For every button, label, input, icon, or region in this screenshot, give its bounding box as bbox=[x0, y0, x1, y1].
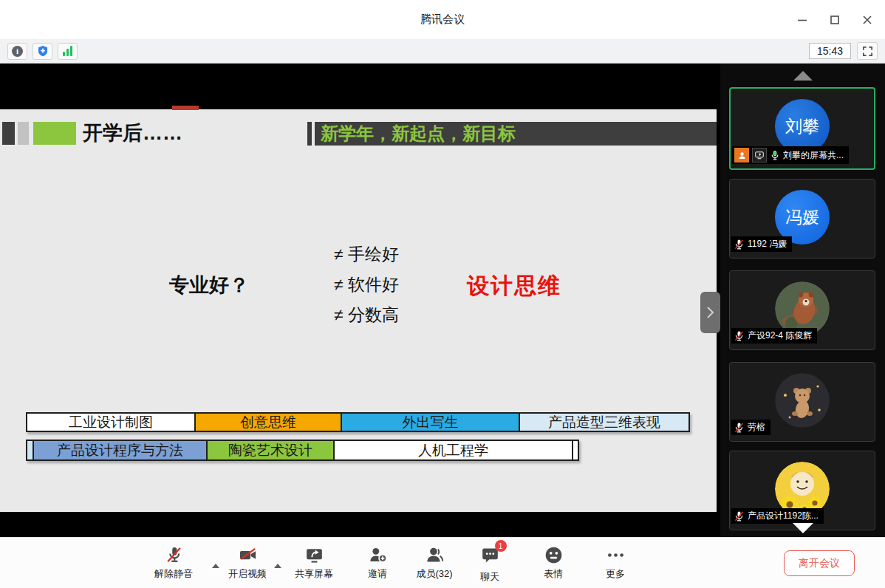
minimize-button[interactable] bbox=[795, 13, 810, 27]
course-cell-sliver bbox=[572, 440, 579, 461]
members-label: 成员(32) bbox=[416, 567, 452, 581]
shield-icon bbox=[37, 45, 49, 57]
slide-heading-right-tick bbox=[307, 122, 312, 146]
more-label: 更多 bbox=[606, 567, 625, 581]
presenter-badge-icon bbox=[734, 148, 749, 163]
participant-tile[interactable]: 产品设计1192陈... bbox=[729, 451, 875, 530]
slide-point-2: ≠ 软件好 bbox=[334, 270, 399, 300]
invite-button[interactable]: 邀请 bbox=[346, 545, 409, 581]
members-button[interactable]: 成员(32) bbox=[403, 545, 465, 581]
signal-bars-icon bbox=[63, 46, 72, 56]
start-video-button[interactable]: 开启视频 bbox=[216, 545, 279, 581]
slide-point-1: ≠ 手绘好 bbox=[334, 239, 399, 270]
slide-keyword-text: 设计思维 bbox=[467, 271, 561, 301]
unmute-button[interactable]: 解除静音 bbox=[143, 545, 205, 581]
members-icon bbox=[425, 545, 445, 565]
slide-deco-square-dark bbox=[2, 122, 15, 145]
course-cell: 创意思维 bbox=[194, 412, 342, 432]
participant-name-pill: 1192 冯媛 bbox=[731, 236, 792, 252]
mic-muted-icon bbox=[734, 510, 745, 522]
meeting-clock: 15:43 bbox=[809, 43, 851, 59]
chevron-right-icon bbox=[706, 305, 715, 320]
course-cell: 陶瓷艺术设计 bbox=[206, 440, 335, 461]
mic-muted-icon bbox=[164, 545, 184, 565]
network-quality-button[interactable] bbox=[58, 43, 78, 60]
slide-points-list: ≠ 手绘好 ≠ 软件好 ≠ 分数高 bbox=[334, 239, 399, 330]
more-button[interactable]: 更多 bbox=[584, 545, 646, 581]
camera-off-icon bbox=[238, 545, 258, 565]
share-screen-button[interactable]: 共享屏幕 bbox=[283, 545, 345, 581]
chat-label: 聊天 bbox=[480, 570, 499, 584]
slide-deco-square-green bbox=[33, 122, 76, 145]
course-cell: 产品设计程序与方法 bbox=[33, 440, 208, 461]
fullscreen-icon bbox=[862, 46, 873, 57]
course-cell: 工业设计制图 bbox=[26, 412, 196, 432]
shared-screen-view: 开学后…… 新学年，新起点，新目标 专业好？ ≠ 手绘好 ≠ 软件好 ≠ 分数高… bbox=[0, 64, 720, 537]
avatar-photo-teddy-bear bbox=[775, 373, 830, 428]
sidebar-collapse-handle[interactable] bbox=[700, 292, 720, 333]
participant-name: 产品设计1192陈... bbox=[748, 510, 819, 522]
participant-tile[interactable]: 冯媛 1192 冯媛 bbox=[729, 179, 875, 259]
slide-heading-left: 开学后…… bbox=[83, 121, 182, 145]
avatar-initials: 冯媛 bbox=[785, 206, 819, 229]
leave-meeting-button[interactable]: 离开会议 bbox=[784, 550, 855, 576]
scroll-up-arrow-icon[interactable] bbox=[793, 71, 813, 81]
participant-name-pill: 产设92-4 陈俊辉 bbox=[731, 328, 817, 343]
maximize-button[interactable] bbox=[827, 13, 842, 27]
mic-muted-icon bbox=[734, 239, 745, 250]
screen-share-badge-icon bbox=[752, 148, 767, 163]
share-screen-icon bbox=[304, 545, 324, 565]
share-screen-label: 共享屏幕 bbox=[295, 567, 333, 581]
participant-name-pill: 劳榕 bbox=[731, 420, 770, 435]
course-cell: 外出写生 bbox=[341, 412, 520, 432]
avatar-initials: 刘攀 bbox=[785, 115, 819, 138]
chat-button[interactable]: 1 聊天 bbox=[459, 545, 521, 584]
status-left-group: i bbox=[7, 43, 78, 60]
meeting-security-button[interactable] bbox=[33, 43, 52, 60]
meeting-statusbar: i 15:43 bbox=[0, 39, 885, 64]
unmute-label: 解除静音 bbox=[154, 567, 193, 581]
participant-name-pill: 刘攀的屏幕共... bbox=[732, 146, 849, 164]
close-button[interactable] bbox=[860, 13, 875, 27]
course-row-2: 产品设计程序与方法 陶瓷艺术设计 人机工程学 bbox=[26, 440, 579, 461]
mic-muted-icon bbox=[734, 330, 745, 342]
status-right-group: 15:43 bbox=[809, 42, 878, 60]
main-area: 开学后…… 新学年，新起点，新目标 专业好？ ≠ 手绘好 ≠ 软件好 ≠ 分数高… bbox=[0, 64, 885, 537]
participant-tile[interactable]: 刘攀 刘攀的屏幕共... bbox=[729, 87, 875, 170]
chat-icon-wrap: 1 bbox=[480, 545, 500, 568]
participant-name: 劳榕 bbox=[748, 421, 765, 434]
participant-name: 刘攀的屏幕共... bbox=[783, 149, 844, 162]
more-dots-icon bbox=[606, 545, 626, 565]
slide-deco-square-gray bbox=[18, 122, 29, 145]
participant-tile[interactable]: 产设92-4 陈俊辉 bbox=[729, 270, 875, 350]
course-cell: 人机工程学 bbox=[333, 440, 573, 461]
window-controls bbox=[795, 0, 875, 39]
window-titlebar: 腾讯会议 bbox=[0, 0, 885, 39]
info-icon: i bbox=[12, 46, 23, 57]
meeting-info-button[interactable]: i bbox=[7, 43, 27, 60]
course-row-1: 工业设计制图 创意思维 外出写生 产品造型三维表现 bbox=[26, 412, 690, 432]
mic-muted-icon bbox=[734, 422, 745, 434]
emoji-button[interactable]: 表情 bbox=[522, 545, 584, 581]
scroll-down-arrow-icon[interactable] bbox=[793, 523, 813, 533]
course-cell: 产品造型三维表现 bbox=[519, 412, 690, 432]
window-title: 腾讯会议 bbox=[0, 13, 885, 27]
slide-heading-right: 新学年，新起点，新目标 bbox=[315, 122, 717, 146]
chat-unread-badge: 1 bbox=[495, 540, 507, 552]
slide-red-strip bbox=[172, 106, 199, 110]
avatar: 刘攀 bbox=[775, 99, 830, 154]
participant-name-pill: 产品设计1192陈... bbox=[731, 508, 824, 524]
emoji-label: 表情 bbox=[544, 567, 563, 581]
invite-label: 邀请 bbox=[368, 567, 387, 581]
start-video-label: 开启视频 bbox=[228, 567, 267, 581]
participant-name: 产设92-4 陈俊辉 bbox=[748, 329, 812, 342]
slide-point-3: ≠ 分数高 bbox=[334, 300, 399, 330]
participant-name: 1192 冯媛 bbox=[748, 238, 787, 250]
meeting-controls-bar: 解除静音 开启视频 共享屏幕 邀请 成员(32) 1 聊天 表情 更多 离开会议 bbox=[0, 537, 885, 588]
video-options-caret[interactable] bbox=[273, 558, 282, 564]
mic-on-icon bbox=[770, 150, 780, 161]
fullscreen-button[interactable] bbox=[857, 42, 878, 60]
participant-tile[interactable]: 劳榕 bbox=[729, 362, 875, 442]
smiley-icon bbox=[544, 545, 564, 565]
slide-question-text: 专业好？ bbox=[169, 272, 249, 298]
